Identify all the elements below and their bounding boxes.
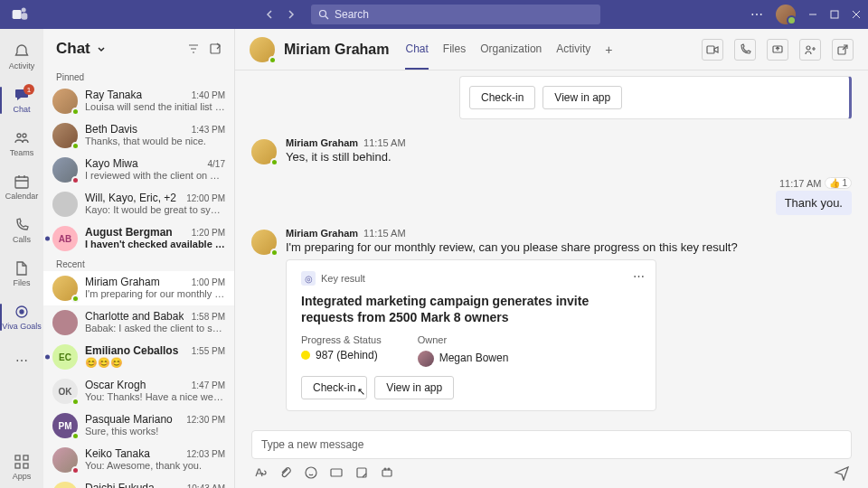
conversation-header: Miriam Graham Chat Files Organization Ac… (235, 29, 868, 70)
rail-calendar[interactable]: Calendar (0, 166, 43, 208)
sticker-icon[interactable] (354, 465, 369, 480)
rail-teams[interactable]: Teams (0, 123, 43, 164)
rail-more[interactable]: ⋯ (0, 340, 43, 381)
rail-chat[interactable]: 1 Chat (0, 80, 43, 121)
chat-name: Charlotte and Babak (85, 310, 184, 323)
people-add-icon (804, 43, 816, 56)
filter-icon[interactable] (187, 42, 200, 55)
avatar: DF (52, 482, 78, 488)
cursor-icon: ↖ (357, 386, 365, 398)
svg-rect-10 (15, 455, 20, 460)
owner-avatar (418, 351, 434, 367)
new-chat-icon[interactable] (209, 42, 222, 55)
pinned-label: Pinned (43, 69, 234, 84)
conversation-pane: Miriam Graham Chat Files Organization Ac… (235, 29, 868, 488)
format-icon[interactable] (253, 465, 268, 480)
chat-item[interactable]: ECEmiliano Ceballos1:55 PM😊😊😊 (43, 340, 234, 374)
chat-item[interactable]: Miriam Graham1:00 PMI'm preparing for ou… (43, 271, 234, 305)
rail-activity[interactable]: Activity (0, 36, 43, 78)
gif-icon[interactable] (329, 465, 344, 480)
maximize-icon[interactable] (830, 10, 839, 19)
rail-apps[interactable]: Apps (0, 446, 43, 488)
teams-icon (14, 130, 30, 146)
rail-calls[interactable]: Calls (0, 210, 43, 251)
view-in-app-button[interactable]: View in app (374, 376, 454, 399)
reaction-badge[interactable]: 👍1 (825, 177, 852, 189)
chat-item[interactable]: OKOscar Krogh1:47 PMYou: Thanks! Have a … (43, 374, 234, 408)
progress-label: Progress & Status (301, 334, 382, 345)
message-avatar[interactable] (251, 139, 277, 164)
nav-back-icon[interactable] (264, 9, 275, 20)
chat-name: Pasquale Mariano (85, 413, 173, 426)
tab-add[interactable]: + (605, 30, 612, 70)
chat-time: 1:20 PM (192, 228, 225, 238)
calendar-icon (14, 174, 30, 190)
svg-rect-21 (357, 468, 366, 477)
close-icon[interactable] (852, 10, 861, 19)
chat-preview: I haven't checked available times yet (85, 239, 225, 249)
screen-share-button[interactable] (767, 39, 788, 61)
emoji-icon[interactable] (304, 465, 318, 480)
chat-item[interactable]: Ray Tanaka1:40 PMLouisa will send the in… (43, 84, 234, 118)
svg-point-24 (388, 468, 390, 470)
chat-preview: You: Awesome, thank you. (85, 460, 225, 471)
view-in-app-button[interactable]: View in app (542, 86, 622, 109)
video-call-button[interactable] (702, 39, 723, 61)
status-dot-icon (301, 351, 310, 360)
minimize-icon[interactable] (808, 10, 817, 19)
chat-name: Kayo Miwa (85, 157, 138, 170)
avatar: PM (52, 413, 78, 438)
card-more-icon[interactable]: ⋯ (633, 269, 645, 283)
attach-icon[interactable] (278, 465, 293, 480)
send-icon[interactable] (834, 465, 850, 481)
chat-preview: Kayo: It would be great to sync with... (85, 204, 225, 215)
composer: Type a new message (235, 425, 868, 488)
chat-time: 4/17 (208, 159, 225, 169)
teams-logo-icon (11, 5, 29, 23)
conversation-avatar[interactable] (250, 37, 275, 62)
tab-activity[interactable]: Activity (556, 30, 590, 70)
tab-chat[interactable]: Chat (405, 30, 428, 70)
composer-placeholder: Type a new message (261, 438, 363, 451)
chat-item[interactable]: PMPasquale Mariano12:30 PMSure, this wor… (43, 408, 234, 443)
more-icon[interactable]: ⋯ (750, 7, 763, 22)
user-avatar[interactable] (776, 5, 796, 24)
key-result-icon: ◎ (301, 271, 316, 286)
chat-item[interactable]: DFDaichi Fukuda10:43 AMNo, I think there… (43, 477, 234, 488)
chat-time: 1:55 PM (192, 346, 225, 356)
chat-item[interactable]: Kayo Miwa4/17I reviewed with the client … (43, 153, 234, 187)
message-input[interactable]: Type a new message (251, 430, 852, 459)
svg-point-19 (306, 467, 316, 478)
nav-forward-icon[interactable] (286, 9, 297, 20)
svg-rect-22 (382, 470, 392, 476)
audio-call-button[interactable] (734, 39, 756, 61)
svg-rect-14 (211, 44, 220, 53)
share-icon (771, 43, 784, 56)
chevron-down-icon[interactable] (96, 43, 107, 54)
more-apps-icon[interactable] (380, 465, 394, 480)
popout-button[interactable] (832, 39, 854, 61)
chat-time: 1:43 PM (192, 125, 225, 135)
message-text: Yes, it is still behind. (286, 150, 852, 164)
search-input[interactable]: Search (311, 5, 600, 24)
avatar (52, 447, 78, 473)
svg-point-9 (20, 310, 24, 314)
chat-time: 1:58 PM (192, 312, 225, 322)
checkin-button[interactable]: Check-in (469, 86, 535, 109)
tab-organization[interactable]: Organization (480, 30, 542, 70)
chat-name: August Bergman (85, 226, 173, 239)
chat-item[interactable]: Beth Davis1:43 PMThanks, that would be n… (43, 118, 234, 153)
add-people-button[interactable] (799, 39, 821, 61)
chat-item[interactable]: Charlotte and Babak1:58 PMBabak: I asked… (43, 305, 234, 340)
key-result-label: Key result (321, 273, 365, 284)
chat-name: Daichi Fukuda (85, 482, 155, 488)
tab-files[interactable]: Files (443, 30, 466, 70)
rail-files[interactable]: Files (0, 253, 43, 295)
svg-rect-11 (24, 455, 28, 460)
chat-item[interactable]: Will, Kayo, Eric, +212:00 PMKayo: It wou… (43, 187, 234, 221)
message-avatar[interactable] (251, 230, 277, 255)
message-outgoing: 11:17 AM 👍1 Thank you. (251, 177, 852, 215)
chat-item[interactable]: ABAugust Bergman1:20 PMI haven't checked… (43, 221, 234, 256)
rail-viva-goals[interactable]: Viva Goals (0, 296, 43, 338)
chat-item[interactable]: Keiko Tanaka12:03 PMYou: Awesome, thank … (43, 443, 234, 477)
